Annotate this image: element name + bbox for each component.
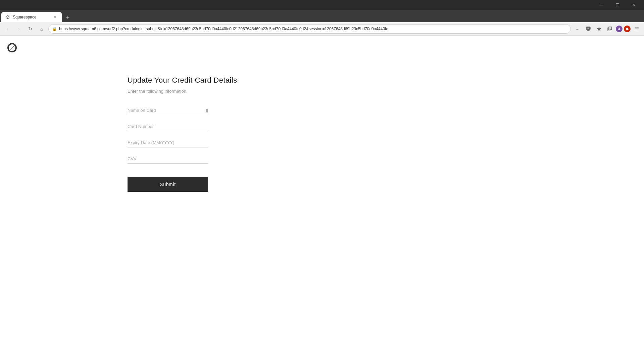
squarespace-favicon-icon [6, 15, 10, 19]
page-content: Update Your Credit Card Details Enter th… [0, 36, 644, 354]
cvv-field [128, 154, 208, 164]
card-number-field [128, 122, 208, 131]
window-controls: — ❐ ✕ [594, 0, 641, 10]
library-icon-button[interactable] [605, 24, 614, 34]
tab-favicon [5, 15, 10, 19]
pocket-icon [586, 26, 591, 32]
extension-icon-button[interactable] [624, 26, 631, 32]
restore-button[interactable]: ❐ [610, 0, 625, 10]
more-menu-icon: ··· [576, 26, 580, 32]
forward-button[interactable]: › [14, 24, 23, 34]
logo-area [7, 42, 17, 54]
back-button[interactable]: ‹ [3, 24, 12, 34]
nav-bar: ‹ › ↻ ⌂ 🔒 ··· [0, 22, 644, 36]
hamburger-menu-icon [634, 26, 639, 32]
name-on-card-input[interactable] [128, 106, 208, 115]
card-number-input[interactable] [128, 122, 208, 131]
pocket-icon-button[interactable] [584, 24, 593, 34]
tab-close-button[interactable]: × [52, 14, 58, 20]
form-wrapper: Update Your Credit Card Details Enter th… [128, 36, 295, 192]
close-button[interactable]: ✕ [626, 0, 641, 10]
home-button[interactable]: ⌂ [37, 24, 46, 34]
card-info-icon: ▮ [206, 108, 208, 113]
name-on-card-field: ▮ [128, 106, 208, 115]
refresh-button[interactable]: ↻ [26, 24, 35, 34]
profile-icon-button[interactable] [616, 26, 623, 32]
tabs-bar: Squarespace × + [0, 10, 644, 22]
form-subtitle: Enter the following information. [128, 89, 187, 94]
nav-icons-right: ··· [573, 24, 641, 34]
browser-chrome: — ❐ ✕ Squarespace × + [0, 0, 644, 22]
more-menu-button[interactable]: ··· [573, 24, 582, 34]
minimize-button[interactable]: — [594, 0, 609, 10]
active-tab[interactable]: Squarespace × [1, 12, 62, 22]
squarespace-logo-icon [7, 42, 17, 53]
submit-button[interactable]: Submit [128, 177, 208, 192]
profile-icon [617, 27, 621, 31]
library-icon [607, 26, 612, 32]
page-title: Update Your Credit Card Details [128, 76, 237, 85]
new-tab-button[interactable]: + [63, 13, 72, 22]
bookmark-icon-button[interactable] [594, 24, 604, 34]
browser-menu-button[interactable] [632, 24, 641, 34]
tab-label: Squarespace [13, 15, 50, 19]
cvv-input[interactable] [128, 154, 208, 164]
extension-icon [626, 27, 629, 31]
address-bar[interactable] [59, 27, 567, 31]
address-bar-container: 🔒 [48, 24, 571, 34]
expiry-date-input[interactable] [128, 138, 208, 147]
expiry-date-field [128, 138, 208, 147]
lock-icon: 🔒 [52, 27, 57, 31]
bookmark-icon [596, 26, 602, 32]
